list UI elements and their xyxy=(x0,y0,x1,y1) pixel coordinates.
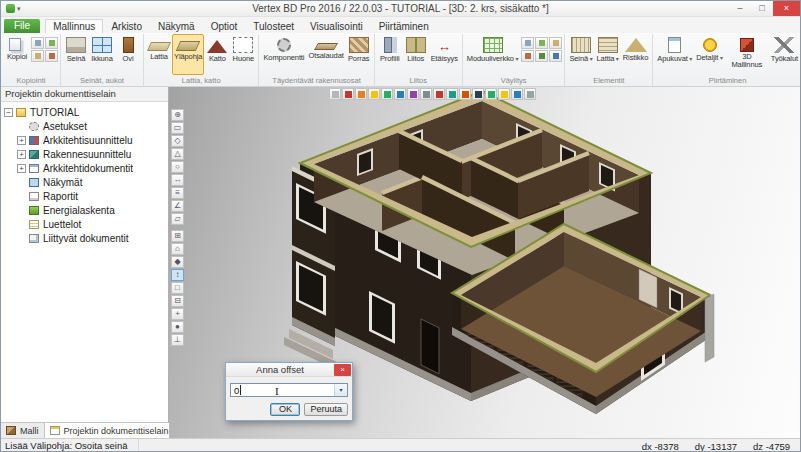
quick-access-dropdown-icon[interactable]: ▾ xyxy=(17,5,21,13)
ribbon-small-button[interactable] xyxy=(535,50,548,62)
tab-visualisointi[interactable]: Visualisointi xyxy=(302,19,371,33)
viewport-tool-icon[interactable] xyxy=(459,88,471,100)
viewport-tool-icon[interactable] xyxy=(472,88,484,100)
expand-icon[interactable] xyxy=(17,150,26,159)
ribbon-button-komponentti[interactable]: Komponentti xyxy=(261,34,306,75)
ribbon-button-apukuvat[interactable]: Apukuvat xyxy=(655,34,694,75)
tab-malli[interactable]: Malli xyxy=(1,423,45,438)
dialog-close-button[interactable]: × xyxy=(334,364,351,376)
ribbon-button-katto[interactable]: Katto xyxy=(204,34,230,75)
diamond-tool-icon[interactable] xyxy=(171,135,184,147)
close-button[interactable]: × xyxy=(773,1,800,16)
tab-dokumenttiselain[interactable]: Projektin dokumenttiselain xyxy=(45,423,175,438)
measure-tool-icon[interactable] xyxy=(171,174,184,186)
add-tool-icon[interactable] xyxy=(171,308,184,320)
tab-tulosteet[interactable]: Tulosteet xyxy=(245,19,302,33)
point-tool-icon[interactable] xyxy=(171,256,184,268)
collapse-icon[interactable] xyxy=(4,108,13,117)
tab-nakyma[interactable]: Näkymä xyxy=(150,19,203,33)
expand-icon[interactable] xyxy=(17,164,26,173)
viewport[interactable]: Anna offset × 0 ▾ OK Peruuta xyxy=(169,87,800,438)
tab-piirtaminen[interactable]: Piirtäminen xyxy=(371,19,437,33)
tab-mallinnus[interactable]: Mallinnus xyxy=(45,19,103,33)
ribbon-button-liitos[interactable]: Liitos xyxy=(403,34,429,75)
ribbon-button-ovi[interactable]: Ovi xyxy=(115,34,141,75)
perpendicular-tool-icon[interactable] xyxy=(171,334,184,346)
viewport-tool-icon[interactable] xyxy=(485,88,497,100)
tree-item-raportit[interactable]: Raportit xyxy=(4,189,168,203)
tree-item-luettelot[interactable]: Luettelot xyxy=(4,217,168,231)
ribbon-button-ikkuna[interactable]: Ikkuna xyxy=(89,34,115,75)
rect-tool-icon[interactable] xyxy=(171,122,184,134)
ribbon-button-otsalaudat[interactable]: Otsalaudat xyxy=(306,34,345,75)
tree-item-asetukset[interactable]: Asetukset xyxy=(4,119,168,133)
tree-item-energialaskenta[interactable]: Energialaskenta xyxy=(4,203,168,217)
circle-tool-icon[interactable] xyxy=(171,161,184,173)
maximize-button[interactable]: □ xyxy=(751,1,773,16)
ribbon-button-kopioi[interactable]: Kopioi xyxy=(4,34,30,75)
tree-item-arkkitehtisuunnittelu[interactable]: Arkkitehtisuunnittelu xyxy=(4,133,168,147)
triangle-tool-icon[interactable] xyxy=(171,148,184,160)
ribbon-button-profiili[interactable]: Profiili xyxy=(377,34,403,75)
tab-optiot[interactable]: Optiot xyxy=(203,19,246,33)
ribbon-small-button[interactable] xyxy=(45,50,58,62)
tree-item-arkkitehtidokumentit[interactable]: Arkkitehtidokumentit xyxy=(4,161,168,175)
file-menu[interactable]: File xyxy=(4,19,40,33)
home-view-icon[interactable] xyxy=(171,243,184,255)
tree-item-liittyvat-dokumentit[interactable]: Liittyvät dokumentit xyxy=(4,231,168,245)
ribbon-button-moduuliverkko[interactable]: Moduuliverkko xyxy=(465,34,521,75)
offset-value-input[interactable]: 0 ▾ xyxy=(230,383,348,397)
viewport-tool-icon[interactable] xyxy=(511,88,523,100)
viewport-tool-icon[interactable] xyxy=(524,88,536,100)
grid-tool-icon[interactable] xyxy=(171,230,184,242)
snap-tool-icon[interactable] xyxy=(171,109,184,121)
offset-tool-icon[interactable] xyxy=(171,269,184,281)
ribbon-small-button[interactable] xyxy=(31,37,44,49)
ribbon-small-button[interactable] xyxy=(521,37,534,49)
viewport-tool-icon[interactable] xyxy=(407,88,419,100)
viewport-tool-icon[interactable] xyxy=(368,88,380,100)
viewport-tool-icon[interactable] xyxy=(446,88,458,100)
layers-tool-icon[interactable] xyxy=(171,187,184,199)
ribbon-button-lattia[interactable]: Lattia xyxy=(146,34,172,75)
viewport-tool-icon[interactable] xyxy=(329,88,341,100)
viewport-tool-icon[interactable] xyxy=(342,88,354,100)
cancel-button[interactable]: Peruuta xyxy=(304,403,348,416)
ok-button[interactable]: OK xyxy=(270,403,300,416)
expand-icon[interactable] xyxy=(17,136,26,145)
ribbon-button-detaljit[interactable]: Detaljit xyxy=(694,34,725,75)
ribbon-small-button[interactable] xyxy=(45,37,58,49)
minimize-button[interactable]: – xyxy=(729,1,751,16)
ribbon-button-elementti-lattia[interactable]: Lattia xyxy=(595,34,621,75)
ribbon-button-3d-mallinnus[interactable]: 3D Mallinnus xyxy=(725,34,769,75)
ribbon-button-etaisyys[interactable]: Etäisyys xyxy=(429,34,460,75)
viewport-tool-icon[interactable] xyxy=(381,88,393,100)
combo-dropdown-icon[interactable]: ▾ xyxy=(334,384,347,396)
ribbon-button-tyokalut[interactable]: Työkalut xyxy=(769,34,800,75)
parallel-tool-icon[interactable] xyxy=(171,213,184,225)
tree-item-root[interactable]: TUTORIAL xyxy=(4,105,168,119)
tab-arkisto[interactable]: Arkisto xyxy=(103,19,150,33)
ribbon-button-porras[interactable]: Porras xyxy=(346,34,372,75)
ribbon-small-button[interactable] xyxy=(521,50,534,62)
ribbon-small-button[interactable] xyxy=(535,37,548,49)
ribbon-button-seina[interactable]: Seinä xyxy=(63,34,89,75)
ribbon-small-button[interactable] xyxy=(549,50,562,62)
node-tool-icon[interactable] xyxy=(171,321,184,333)
ribbon-button-ristikko[interactable]: Ristikko xyxy=(621,34,650,75)
viewport-tool-icon[interactable] xyxy=(355,88,367,100)
box-tool-icon[interactable] xyxy=(171,282,184,294)
angle-tool-icon[interactable] xyxy=(171,200,184,212)
app-logo-icon[interactable] xyxy=(6,4,15,13)
viewport-tool-icon[interactable] xyxy=(498,88,510,100)
ribbon-button-huone[interactable]: Huone xyxy=(230,34,256,75)
viewport-tool-icon[interactable] xyxy=(394,88,406,100)
ribbon-small-button[interactable] xyxy=(31,50,44,62)
viewport-tool-icon[interactable] xyxy=(433,88,445,100)
ribbon-button-elementti-seina[interactable]: Seinä xyxy=(567,34,594,75)
ribbon-button-ylapohja[interactable]: Yläpohja xyxy=(172,34,204,75)
dialog-titlebar[interactable]: Anna offset × xyxy=(226,363,352,377)
collapse-tool-icon[interactable] xyxy=(171,295,184,307)
tree-item-rakennesuunnittelu[interactable]: Rakennesuunnittelu xyxy=(4,147,168,161)
viewport-tool-icon[interactable] xyxy=(420,88,432,100)
